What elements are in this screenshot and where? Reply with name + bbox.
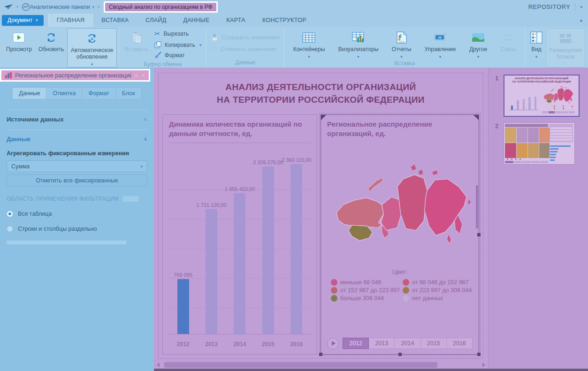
mark-all-fixed-button[interactable]: Отметить все фиксированные xyxy=(7,174,147,186)
visualizers-button[interactable]: Визуализаторы ▾ xyxy=(335,28,382,60)
timeline-year-2014[interactable]: 2014 xyxy=(395,338,420,349)
legend-label: больше 306 044 xyxy=(340,295,384,302)
bar-column: 1 731 120,00 xyxy=(197,202,225,334)
svg-text:A: A xyxy=(91,36,94,41)
bar-column: 2 360 115,00 xyxy=(283,157,311,334)
refresh-button[interactable]: Обновить xyxy=(35,28,67,68)
layout-blocks-button[interactable]: Размещение блоков ▾ xyxy=(546,28,585,68)
copy-button[interactable]: Копировать ▾ xyxy=(154,41,201,48)
aggregate-select[interactable]: Сумма ▾ xyxy=(7,160,147,172)
timeline-year-2013[interactable]: 2013 xyxy=(369,338,395,349)
legend-dot xyxy=(403,279,409,286)
undo-changes-button[interactable]: ↶ Отменить изменения xyxy=(211,46,279,53)
slide-thumbnail-2[interactable] xyxy=(504,122,575,165)
bar-chart-block[interactable]: Динамика количества организаций по данны… xyxy=(162,114,317,355)
selection-handle[interactable] xyxy=(398,353,402,356)
mini-table-and-bars xyxy=(549,124,573,163)
ribbon-collapse-icon[interactable]: ▴ xyxy=(580,17,582,23)
radio-icon-checked xyxy=(7,211,13,217)
save-changes-button[interactable]: Сохранить изменения xyxy=(211,34,279,41)
save-icon xyxy=(211,34,218,41)
timeline-year-2016[interactable]: 2016 xyxy=(447,338,473,349)
radio-whole-table[interactable]: Вся таблица xyxy=(7,211,147,217)
scroll-right-icon[interactable] xyxy=(482,363,485,367)
chevron-down-icon: ∨ xyxy=(144,116,147,122)
divider xyxy=(575,3,575,11)
breadcrumb-current-highlighted[interactable]: Сводный анализ по организациям в РФ xyxy=(104,1,218,13)
link-button[interactable]: Связь xyxy=(497,28,519,60)
app-logo-icon[interactable] xyxy=(4,4,13,10)
tab-format[interactable]: Формат xyxy=(82,88,115,99)
dashboard-canvas[interactable]: АНАЛИЗ ДЕЯТЕЛЬНОСТИ ОРГАНИЗАЦИЙ НА ТЕРРИ… xyxy=(154,68,488,371)
timeline-year-2015[interactable]: 2015 xyxy=(421,338,447,349)
timeline-year-2012[interactable]: 2012 xyxy=(343,338,369,349)
other-label: Другое xyxy=(469,46,487,53)
selection-handle[interactable] xyxy=(477,233,481,236)
auto-refresh-button[interactable]: A Автоматическое обновление ▾ xyxy=(67,28,117,68)
repository-chevron-down-icon[interactable]: ▾ xyxy=(580,5,582,9)
scrollbar-thumb[interactable] xyxy=(164,362,437,368)
document-menu-button[interactable]: Документ ▾ xyxy=(2,15,44,26)
map-scrollbar-thumb[interactable] xyxy=(476,185,478,228)
selection-handle[interactable] xyxy=(477,353,481,356)
layout-blocks-label: Размещение блоков xyxy=(549,47,582,60)
timeline-play-button[interactable] xyxy=(327,338,339,349)
tab-constructor[interactable]: КОНСТРУКТОР xyxy=(254,14,315,27)
format-button[interactable]: Формат xyxy=(154,52,201,59)
tab-slide[interactable]: СЛАЙД xyxy=(137,14,175,27)
tab-data[interactable]: ДАННЫЕ xyxy=(175,14,218,27)
view-button[interactable]: Вид ▾ xyxy=(527,28,546,68)
sidebar-divider-bar xyxy=(7,241,126,244)
tab-map[interactable]: КАРТА xyxy=(218,14,254,27)
bar-2012[interactable] xyxy=(177,279,189,334)
sidebar-header-highlighted[interactable]: Региональное распределение организаций «… xyxy=(0,69,150,82)
radio-rows-columns[interactable]: Строки и столбцы раздельно xyxy=(7,226,147,232)
containers-button[interactable]: Контейнеры ▾ xyxy=(290,28,328,60)
chevron-down-icon: ▾ xyxy=(36,18,38,23)
legend-dot xyxy=(331,279,337,286)
section-data-sources[interactable]: Источники данных ∨ xyxy=(7,110,147,123)
bar-value-label: 2 360 115,00 xyxy=(282,157,311,163)
collapse-panel-icon[interactable]: « xyxy=(135,72,138,78)
map-block-selected[interactable]: Региональное распределение организаций, … xyxy=(321,114,479,355)
group-label-data: Данные xyxy=(208,59,282,68)
management-button[interactable]: ок Управление ▾ xyxy=(421,28,459,60)
breadcrumb-analytic-panels[interactable]: Аналитические панели ▾ xyxy=(30,4,94,10)
selection-handle[interactable] xyxy=(321,115,326,120)
russia-map[interactable] xyxy=(327,140,473,268)
tab-block[interactable]: Блок xyxy=(116,88,141,99)
selection-handle[interactable] xyxy=(473,115,479,120)
bar-2013[interactable] xyxy=(206,209,217,334)
slide-title-line2: НА ТЕРРИТОРИИ РОССИЙСКОЙ ФЕДЕРАЦИИ xyxy=(159,93,483,106)
slide-thumbnail-1-selected[interactable]: АНАЛИЗ ДЕЯТЕЛЬНОСТИ ОРГАНИЗАЦИЙ НА ТЕРРИ… xyxy=(504,75,580,117)
preview-button[interactable]: Просмотр xyxy=(3,28,35,68)
canvas-horizontal-scrollbar[interactable] xyxy=(157,361,485,369)
bar-2016[interactable] xyxy=(290,164,302,334)
mini-title-line2: НА ТЕРРИТОРИИ РОССИЙСКОЙ ФЕДЕРАЦИИ xyxy=(509,80,574,83)
map-timeline: 2012 2013 2014 2015 2016 xyxy=(327,337,473,349)
visualizers-label: Визуализаторы xyxy=(338,46,379,53)
tab-data[interactable]: Данные xyxy=(13,88,46,99)
bar-chart-title: Динамика количества организаций по данны… xyxy=(169,120,311,143)
bar-2014[interactable] xyxy=(234,193,245,334)
repository-label[interactable]: REPOSITORY xyxy=(528,3,571,10)
radio-icon-unchecked xyxy=(7,226,13,232)
paste-button[interactable]: Вставить xyxy=(121,28,152,61)
bar-value-label: 2 326 276,00 xyxy=(253,159,283,165)
tab-main[interactable]: ГЛАВНАЯ xyxy=(48,14,93,27)
legend-item: больше 306 044 xyxy=(331,295,401,302)
bar-value-label: 1 731 120,00 xyxy=(196,202,226,208)
tab-insert[interactable]: ВСТАВКА xyxy=(93,14,137,27)
selection-handle[interactable] xyxy=(319,353,322,356)
scroll-left-icon[interactable] xyxy=(157,363,160,367)
bar-2015[interactable] xyxy=(262,167,274,334)
tab-mark[interactable]: Отметка xyxy=(46,88,82,99)
mini-timeline xyxy=(542,111,575,114)
cut-button[interactable]: ✂ Вырезать xyxy=(154,30,201,38)
other-button[interactable]: Другое ▾ xyxy=(466,28,490,60)
reports-button[interactable]: Отчеты ▾ xyxy=(389,28,414,60)
section-data[interactable]: Данные ∧ xyxy=(7,129,147,143)
close-panel-icon[interactable]: × xyxy=(141,72,145,78)
copy-label: Копировать xyxy=(165,42,195,48)
chevron-down-icon: ▾ xyxy=(565,62,567,66)
